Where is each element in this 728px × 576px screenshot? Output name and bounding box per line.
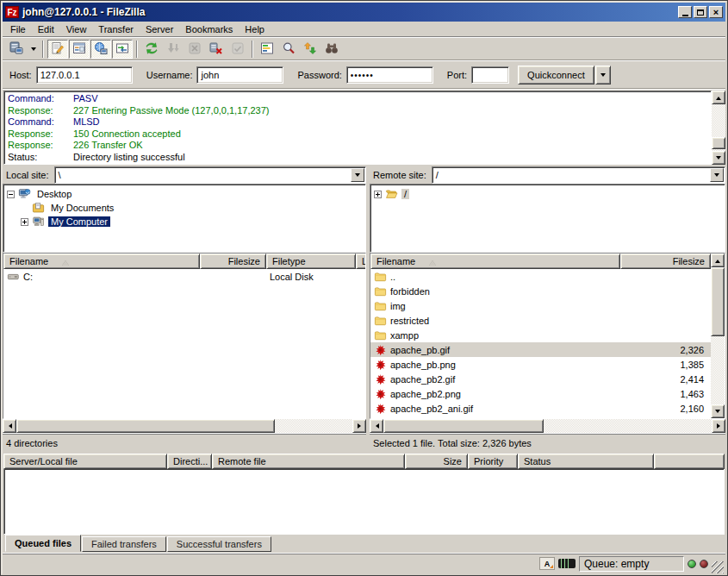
scroll-up-button[interactable] <box>711 254 725 267</box>
tab-queued-files[interactable]: Queued files <box>5 535 81 552</box>
quickconnect-dropdown-button[interactable] <box>595 66 611 85</box>
minimize-button[interactable] <box>678 6 692 18</box>
close-button[interactable]: × <box>709 6 723 18</box>
local-tree[interactable]: DesktopMy DocumentsMy Computer <box>3 184 366 253</box>
toggle-local-tree-button[interactable] <box>69 40 90 59</box>
remote-file-row[interactable]: .. <box>370 269 711 284</box>
menu-item-view[interactable]: View <box>60 22 93 36</box>
remote-file-row[interactable]: forbidden <box>370 284 711 298</box>
username-input[interactable]: john <box>196 66 283 84</box>
column-header-l[interactable]: L <box>356 254 365 269</box>
file-search-button[interactable] <box>278 40 299 59</box>
speed-limit-icon[interactable] <box>558 559 576 568</box>
maximize-button[interactable] <box>694 6 707 18</box>
tab-failed-transfers[interactable]: Failed transfers <box>82 536 166 552</box>
scroll-track[interactable] <box>383 419 712 433</box>
host-input[interactable]: 127.0.0.1 <box>36 66 133 84</box>
column-header-blank[interactable] <box>654 454 725 469</box>
menu-item-server[interactable]: Server <box>140 22 179 36</box>
toggle-message-log-button[interactable] <box>47 40 68 59</box>
remote-tree[interactable]: / <box>370 184 725 253</box>
column-header-filename[interactable]: Filename <box>3 254 200 269</box>
local-site-dropdown-button[interactable] <box>351 168 364 182</box>
scroll-down-button[interactable] <box>712 151 725 165</box>
remote-vertical-scrollbar[interactable] <box>711 254 725 418</box>
remote-horizontal-scrollbar[interactable] <box>370 419 725 433</box>
column-header-status[interactable]: Status <box>518 454 654 469</box>
scroll-down-button[interactable] <box>711 404 725 418</box>
toggle-transfer-queue-button[interactable] <box>112 40 133 59</box>
remote-file-row[interactable]: apache_pb.png1,385 <box>370 357 711 372</box>
transfer-type-icon[interactable]: A <box>539 557 555 570</box>
scroll-thumb[interactable] <box>16 419 275 433</box>
log-line: Response:226 Transfer OK <box>8 140 710 152</box>
toggle-remote-tree-button[interactable] <box>90 40 111 59</box>
column-header-priority[interactable]: Priority <box>468 454 518 469</box>
scroll-track[interactable] <box>712 104 725 151</box>
column-header-filesize[interactable]: Filesize <box>620 254 711 269</box>
tab-successful-transfers[interactable]: Successful transfers <box>167 536 271 552</box>
title-bar[interactable]: Fz john@127.0.0.1 - FileZilla × <box>3 3 725 22</box>
tree-expander-minus[interactable] <box>7 191 15 198</box>
local-site-combobox[interactable]: \ <box>54 166 366 184</box>
scroll-thumb[interactable] <box>712 137 725 149</box>
remote-tree-item[interactable]: / <box>374 187 723 201</box>
scroll-left-button[interactable] <box>3 419 16 433</box>
password-input[interactable]: •••••• <box>346 66 433 84</box>
remote-file-row[interactable]: img <box>370 298 711 313</box>
column-header-size[interactable]: Size <box>405 454 468 469</box>
column-header-filesize[interactable]: Filesize <box>200 254 266 269</box>
menu-item-bookmarks[interactable]: Bookmarks <box>179 22 239 36</box>
remote-file-row[interactable]: apache_pb2_ani.gif2,160 <box>370 401 711 416</box>
remote-list-body[interactable]: ..forbiddenimgrestrictedxamppapache_pb.g… <box>370 269 711 418</box>
scroll-track[interactable] <box>711 267 725 404</box>
local-file-row[interactable]: C:Local Disk <box>3 269 365 284</box>
directory-comparison-button[interactable] <box>321 40 342 59</box>
column-header-server-local-file[interactable]: Server/Local file <box>3 454 167 469</box>
open-site-manager-button[interactable] <box>6 40 27 59</box>
filename-text: img <box>390 301 406 311</box>
remote-file-row[interactable]: xampp <box>370 328 711 342</box>
disconnect-button[interactable] <box>206 40 227 59</box>
folder-documents-icon <box>32 202 46 214</box>
quickconnect-button[interactable]: Quickconnect <box>518 66 594 85</box>
remote-site-dropdown-button[interactable] <box>710 168 724 182</box>
message-log[interactable]: Command:PASVResponse:227 Entering Passiv… <box>3 91 712 165</box>
column-header-directi-[interactable]: Directi... <box>167 454 212 469</box>
scroll-track[interactable] <box>16 419 352 433</box>
remote-file-row[interactable]: apache_pb2.png1,463 <box>370 386 711 401</box>
menu-item-help[interactable]: Help <box>239 22 271 36</box>
queue-body[interactable] <box>3 469 725 535</box>
scroll-up-button[interactable] <box>712 91 725 104</box>
local-tree-item[interactable]: My Documents <box>7 201 364 215</box>
column-header-remote-file[interactable]: Remote file <box>212 454 405 469</box>
remote-file-row[interactable]: apache_pb2.gif2,414 <box>370 372 711 386</box>
site-manager-dropdown-button[interactable] <box>28 40 39 59</box>
local-horizontal-scrollbar[interactable] <box>3 419 366 433</box>
local-tree-item[interactable]: Desktop <box>7 187 364 201</box>
local-tree-item[interactable]: My Computer <box>7 215 364 229</box>
scroll-left-button[interactable] <box>370 419 383 433</box>
scroll-thumb[interactable] <box>711 267 725 336</box>
menu-item-transfer[interactable]: Transfer <box>92 22 140 36</box>
resize-grip[interactable] <box>712 561 724 573</box>
tree-expander-plus[interactable] <box>21 218 28 226</box>
tree-expander-plus[interactable] <box>374 191 382 198</box>
scroll-right-button[interactable] <box>712 419 725 433</box>
toggle-transfer-queue-icon <box>115 41 129 57</box>
refresh-button[interactable] <box>141 40 162 59</box>
remote-file-row[interactable]: apache_pb.gif2,326 <box>370 342 711 357</box>
remote-site-combobox[interactable]: / <box>432 166 725 184</box>
column-header-filename[interactable]: Filename <box>370 254 620 269</box>
scroll-right-button[interactable] <box>352 419 366 433</box>
remote-file-row[interactable]: restricted <box>370 313 711 328</box>
menu-item-edit[interactable]: Edit <box>32 22 60 36</box>
column-header-filetype[interactable]: Filetype <box>266 254 356 269</box>
log-vertical-scrollbar[interactable] <box>712 91 725 165</box>
menu-item-file[interactable]: File <box>4 22 32 36</box>
scroll-thumb[interactable] <box>383 419 544 433</box>
filter-button[interactable] <box>257 40 277 59</box>
local-list-body[interactable]: C:Local Disk <box>3 269 365 418</box>
port-input[interactable] <box>471 66 509 84</box>
synchronized-browsing-button[interactable] <box>300 40 320 59</box>
